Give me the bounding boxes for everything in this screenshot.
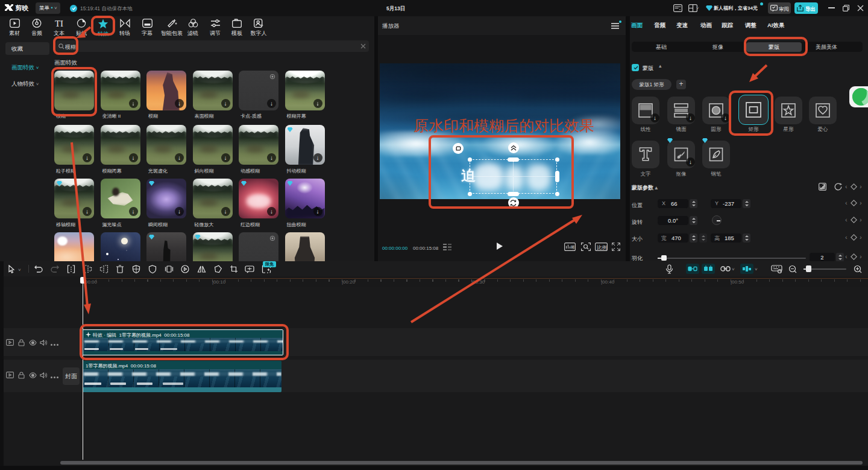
svg-text:晰: 晰 [571, 245, 575, 249]
svg-text:比例: 比例 [597, 244, 607, 250]
